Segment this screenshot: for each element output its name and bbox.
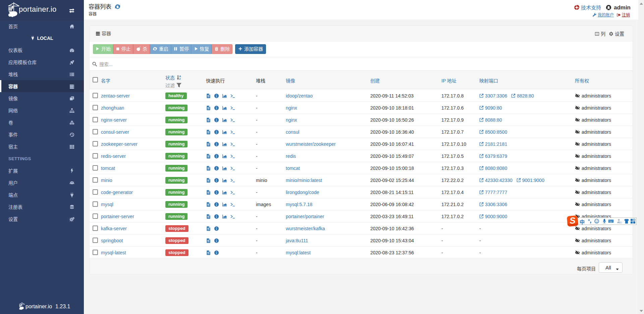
svg-text:Z: Z xyxy=(179,77,181,80)
svg-text:16: 16 xyxy=(620,222,622,224)
